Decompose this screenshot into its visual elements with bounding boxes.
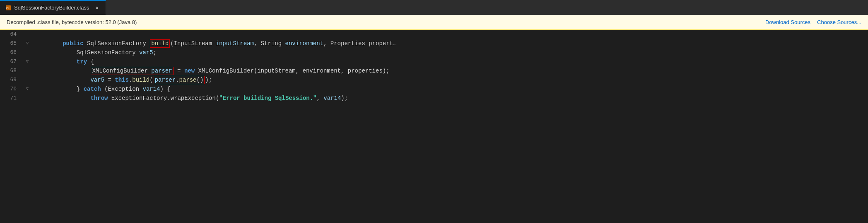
line-number-71: 71	[0, 94, 23, 103]
download-sources-link[interactable]: Download Sources	[765, 19, 810, 25]
line-number-69: 69	[0, 75, 23, 85]
line-gutter-65: ▽	[23, 39, 31, 48]
line-content-70: } catch (Exception var14) {	[31, 85, 868, 94]
tab-label: SqlSessionFactoryBuilder.class	[14, 5, 89, 11]
line-number-68: 68	[0, 66, 23, 75]
table-row: 67 ▽ try {	[0, 57, 868, 66]
code-area: 64 65 ▽ public SqlSessionFactory build(I…	[0, 30, 868, 103]
tab-close-button[interactable]: ×	[93, 4, 101, 12]
line-gutter-67: ▽	[23, 57, 31, 66]
line-number-70: 70	[0, 85, 23, 94]
line-content-68: XMLConfigBuilder parser = new XMLConfigB…	[31, 66, 868, 75]
table-row: 64	[0, 30, 868, 39]
line-number-66: 66	[0, 48, 23, 57]
table-row: 69 var5 = this.build(parser.parse());	[0, 75, 868, 85]
line-content-67: try {	[31, 57, 868, 66]
tab-bar: C SqlSessionFactoryBuilder.class ×	[0, 0, 868, 15]
line-content-71: throw ExceptionFactory.wrapException("Er…	[31, 94, 868, 103]
line-number-67: 67	[0, 57, 23, 66]
line-content-65: public SqlSessionFactory build(InputStre…	[31, 39, 868, 48]
line-gutter-69	[23, 75, 31, 85]
table-row: 66 SqlSessionFactory var5;	[0, 48, 868, 57]
table-row: 68 XMLConfigBuilder parser = new XMLConf…	[0, 66, 868, 75]
line-gutter-68	[23, 66, 31, 75]
class-file-icon: C	[5, 5, 12, 11]
fold-arrow-65[interactable]: ▽	[26, 39, 29, 48]
line-content-66: SqlSessionFactory var5;	[31, 48, 868, 57]
line-gutter-70: ▽	[23, 85, 31, 94]
line-content-64	[31, 30, 868, 39]
line-gutter-71	[23, 94, 31, 103]
table-row: 71 throw ExceptionFactory.wrapException(…	[0, 94, 868, 103]
info-bar-message: Decompiled .class file, bytecode version…	[7, 19, 137, 25]
info-bar-links: Download Sources Choose Sources...	[765, 19, 861, 25]
fold-arrow-70[interactable]: ▽	[26, 85, 29, 94]
table-row: 65 ▽ public SqlSessionFactory build(Inpu…	[0, 39, 868, 48]
fold-arrow-67[interactable]: ▽	[26, 57, 29, 66]
line-content-69: var5 = this.build(parser.parse());	[31, 75, 868, 85]
table-row: 70 ▽ } catch (Exception var14) {	[0, 85, 868, 94]
choose-sources-link[interactable]: Choose Sources...	[817, 19, 861, 25]
line-number-64: 64	[0, 30, 23, 39]
line-gutter-66	[23, 48, 31, 57]
svg-text:C: C	[6, 6, 9, 10]
info-bar: Decompiled .class file, bytecode version…	[0, 15, 868, 30]
line-number-65: 65	[0, 39, 23, 48]
tab-sqlsession[interactable]: C SqlSessionFactoryBuilder.class ×	[0, 0, 106, 15]
line-gutter-64	[23, 30, 31, 39]
